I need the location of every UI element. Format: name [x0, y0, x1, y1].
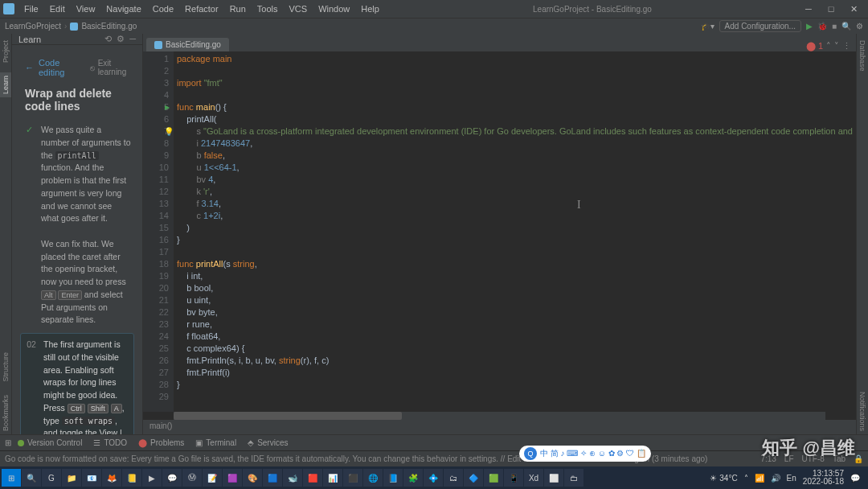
refresh-icon[interactable]: ⟲ [104, 34, 112, 44]
menu-view[interactable]: View [72, 2, 100, 15]
gutter[interactable]: 1234 5▶ 6 7💡 891011121314151617181920212… [143, 51, 174, 412]
task-icon[interactable]: Ⓜ [182, 469, 202, 487]
volume-icon[interactable]: 🔊 [771, 474, 780, 483]
notifications-tool-tab[interactable]: Notifications [857, 388, 868, 434]
project-tool-tab[interactable]: Project [0, 37, 11, 66]
lesson-title: Wrap and delete code lines [12, 84, 142, 119]
stop-icon[interactable]: ■ [832, 22, 837, 31]
encoding[interactable]: UTF-8 [802, 454, 825, 463]
task-icon[interactable]: 🟦 [263, 469, 282, 487]
close-icon[interactable]: ✕ [845, 4, 862, 14]
menu-file[interactable]: File [19, 2, 43, 15]
menu-run[interactable]: Run [225, 2, 251, 15]
task-icon[interactable]: 🟪 [223, 469, 242, 487]
more-icon[interactable]: ⋮ [842, 41, 851, 51]
task-icon[interactable]: ▶ [142, 469, 162, 487]
weather-widget[interactable]: ☀ 34°C [710, 474, 737, 483]
maximize-icon[interactable]: □ [823, 4, 839, 14]
task-icon[interactable]: 🟥 [303, 469, 322, 487]
task-icon[interactable]: 📁 [62, 469, 81, 487]
task-icon[interactable]: ⬜ [544, 469, 563, 487]
tab-label: BasicEditing.go [166, 40, 221, 49]
caret-position[interactable]: 7:13 [760, 454, 776, 463]
tray-up-icon[interactable]: ˄ [744, 474, 748, 483]
task-icon[interactable]: 🔍 [22, 469, 41, 487]
error-indicator[interactable]: ⬤ 1 [806, 41, 823, 51]
task-icon[interactable]: 💠 [424, 469, 443, 487]
task-icon[interactable]: 📊 [323, 469, 342, 487]
services-tab[interactable]: ⬘Services [243, 437, 293, 449]
bookmarks-tool-tab[interactable]: Bookmarks [0, 392, 11, 434]
task-icon[interactable]: 🎨 [243, 469, 262, 487]
caret-up-icon[interactable]: ˄ [826, 41, 831, 51]
problems-tab[interactable]: ⬤Problems [133, 437, 189, 449]
menu-navigate[interactable]: Navigate [101, 2, 145, 15]
task-icon[interactable]: 🗂 [444, 469, 463, 487]
database-tool-tab[interactable]: Database [857, 37, 868, 75]
terminal-tab[interactable]: ▣Terminal [190, 437, 241, 449]
editor-breadcrumb[interactable]: main() [143, 420, 856, 434]
task-icon[interactable]: 🗀 [564, 469, 583, 487]
caret-down-icon[interactable]: ˅ [834, 41, 839, 51]
network-icon[interactable]: 📶 [755, 474, 764, 483]
menu-tools[interactable]: Tools [252, 2, 283, 15]
code-content[interactable]: package main import "fmt" func main() { … [174, 51, 856, 412]
menu-help[interactable]: Help [356, 2, 384, 15]
ime-toolbar[interactable]: Q 中 简 ♪ ⌨ ✧ ⊕ ☺ ✿ ⚙ 🛡 📋 [519, 446, 651, 462]
task-icon[interactable]: 📒 [122, 469, 141, 487]
lesson-back-link[interactable]: Code editing [12, 51, 90, 84]
search-icon[interactable]: 🔍 [841, 22, 851, 31]
task-icon[interactable]: 📝 [203, 469, 222, 487]
task-icon[interactable]: 📱 [504, 469, 523, 487]
nav-bar: LearnGoProject › BasicEditing.go 🎓▾ Add … [0, 18, 868, 34]
task-icon[interactable]: 🐋 [283, 469, 302, 487]
task-icon[interactable]: ⬛ [343, 469, 362, 487]
indent[interactable]: Tab [833, 454, 845, 463]
version-control-tab[interactable]: Version Control [13, 437, 87, 449]
menu-vcs[interactable]: VCS [285, 2, 313, 15]
task-icon[interactable]: 🧩 [403, 469, 423, 487]
task-icon[interactable]: 🟩 [484, 469, 503, 487]
menu-code[interactable]: Code [148, 2, 178, 15]
editor-tab[interactable]: BasicEditing.go [146, 38, 229, 51]
os-taskbar: ⊞ 🔍 G 📁 📧 🦊 📒 ▶ 💬 Ⓜ 📝 🟪 🎨 🟦 🐋 🟥 📊 ⬛ 🌐 📘 … [0, 466, 868, 489]
bulb-icon[interactable]: 💡 [164, 125, 174, 138]
line-ending[interactable]: LF [784, 454, 794, 463]
horizontal-scrollbar[interactable] [174, 412, 825, 420]
debug-icon[interactable]: 🐞 [817, 22, 827, 31]
notification-icon[interactable]: 💬 [850, 474, 860, 483]
menu-refactor[interactable]: Refactor [180, 2, 223, 15]
gear-icon[interactable]: ⚙ [117, 34, 125, 44]
lock-icon[interactable]: 🔒 [854, 454, 863, 463]
task-icon[interactable]: 📘 [383, 469, 403, 487]
gear-icon[interactable]: ⚙ [856, 22, 863, 31]
learn-toolbar-icon[interactable]: 🎓▾ [701, 22, 714, 31]
task-icon[interactable]: Xd [524, 469, 543, 487]
tw-icon[interactable]: ⊞ [5, 438, 11, 447]
run-config-dropdown[interactable]: Add Configuration... [719, 20, 801, 32]
breadcrumb-project[interactable]: LearnGoProject [5, 22, 61, 31]
code-editor[interactable]: 1234 5▶ 6 7💡 891011121314151617181920212… [143, 51, 856, 412]
structure-tool-tab[interactable]: Structure [0, 349, 11, 385]
task-icon[interactable]: 📧 [82, 469, 101, 487]
menu-edit[interactable]: Edit [45, 2, 70, 15]
exit-learning-button[interactable]: ⎋Exit learning [90, 59, 142, 76]
ime-indicator[interactable]: En [787, 474, 796, 483]
todo-tab[interactable]: ☰TODO [88, 437, 132, 449]
breadcrumb-file[interactable]: BasicEditing.go [81, 22, 137, 31]
start-icon[interactable]: ⊞ [2, 469, 21, 487]
menu-window[interactable]: Window [313, 2, 354, 15]
task-icon[interactable]: 🦊 [102, 469, 121, 487]
run-icon[interactable]: ▶ [806, 22, 813, 31]
clock[interactable]: 13:13:572022-06-18 [803, 470, 844, 486]
hide-icon[interactable]: ─ [129, 34, 136, 44]
task-icon[interactable]: 💬 [162, 469, 182, 487]
learn-tool-tab[interactable]: Learn [0, 72, 11, 97]
minimize-icon[interactable]: ─ [800, 4, 817, 14]
task-icon[interactable]: 🌐 [363, 469, 383, 487]
task-icon[interactable]: G [42, 469, 61, 487]
run-gutter-icon[interactable]: ▶ [165, 101, 170, 113]
ime-logo-icon: Q [524, 447, 537, 460]
task-icon[interactable]: 🔷 [464, 469, 483, 487]
titlebar: File Edit View Navigate Code Refactor Ru… [0, 0, 868, 18]
